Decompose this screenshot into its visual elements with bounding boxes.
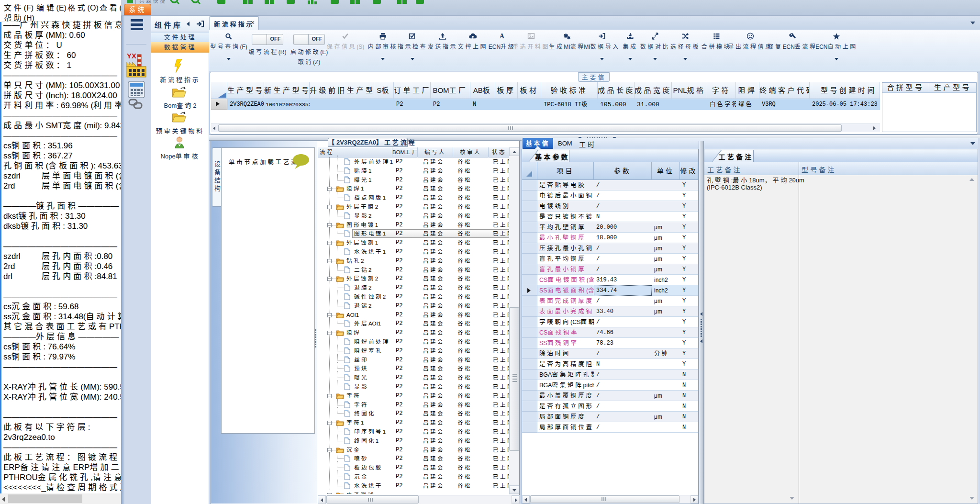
- svg-text:A: A: [500, 33, 504, 40]
- svg-text:YX: YX: [127, 52, 136, 60]
